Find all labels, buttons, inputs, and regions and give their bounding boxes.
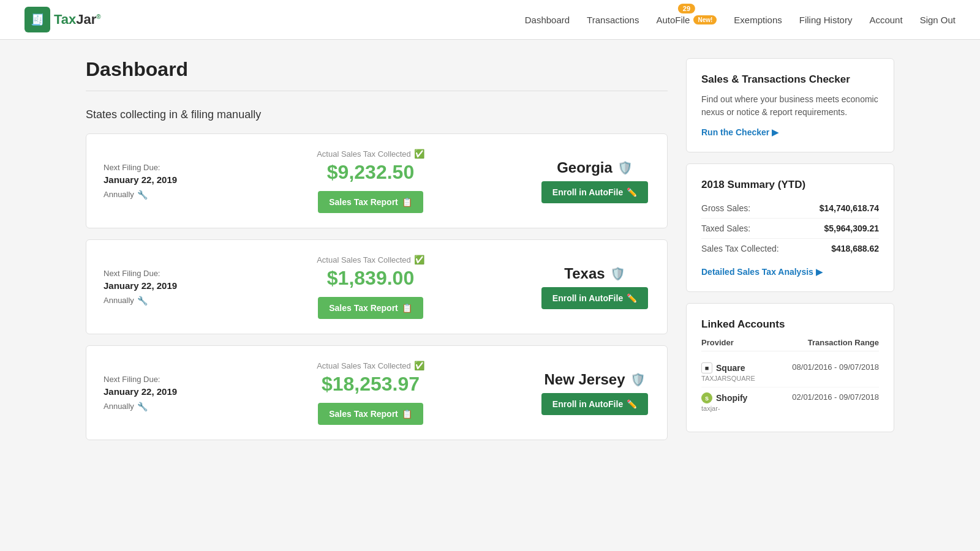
right-column: Sales & Transactions Checker Find out wh… (686, 58, 894, 451)
detail-link[interactable]: Detailed Sales Tax Analysis ▶ (701, 267, 879, 277)
check-icon-texas: ✅ (414, 255, 424, 264)
main-content: Dashboard States collecting in & filing … (61, 40, 919, 470)
state-name-nj: New Jersey 🛡️ (540, 371, 650, 388)
card-center-texas: Actual Sales Tax Collected ✅ $1,839.00 S… (214, 255, 527, 319)
card-center-nj: Actual Sales Tax Collected ✅ $18,253.97 … (214, 361, 527, 425)
checker-panel: Sales & Transactions Checker Find out wh… (686, 58, 894, 152)
col-range: Transaction Range (808, 338, 879, 347)
nav-dashboard[interactable]: Dashboard (525, 15, 570, 25)
autofile-btn-nj[interactable]: Enroll in AutoFile ✏️ (541, 393, 648, 415)
autofile-btn-texas[interactable]: Enroll in AutoFile ✏️ (541, 287, 648, 309)
summary-row-collected: Sales Tax Collected: $418,688.62 (701, 239, 879, 258)
summary-row-gross: Gross Sales: $14,740,618.74 (701, 198, 879, 219)
state-card-new-jersey: Next Filing Due: January 22, 2019 Annual… (86, 345, 668, 440)
logo-tm: ® (96, 13, 100, 20)
tax-collected-label: Sales Tax Collected: (701, 244, 779, 253)
logo: 🧾 TaxJar® (24, 7, 101, 32)
frequency-text-texas: Annually (104, 296, 134, 305)
autofile-icon-nj: ✏️ (627, 399, 637, 409)
autofile-icon-georgia: ✏️ (627, 187, 637, 197)
next-filing-date-nj: January 22, 2019 (104, 386, 202, 397)
detail-link-arrow: ▶ (816, 267, 823, 277)
report-icon-texas: 📋 (402, 303, 412, 313)
nav-autofile[interactable]: AutoFile (656, 15, 690, 25)
card-left-nj: Next Filing Due: January 22, 2019 Annual… (104, 375, 202, 411)
next-filing-label-texas: Next Filing Due: (104, 269, 202, 278)
next-filing-date-texas: January 22, 2019 (104, 280, 202, 291)
shield-icon-texas: 🛡️ (610, 266, 625, 281)
nav-transactions[interactable]: Transactions (587, 15, 639, 25)
square-provider-info: ■ Square TAXJARSQUARE (701, 362, 755, 382)
shopify-sub: taxjar- (701, 405, 747, 412)
nav-sign-out[interactable]: Sign Out (920, 15, 956, 25)
actual-label-texas: Actual Sales Tax Collected ✅ (214, 255, 527, 264)
card-center-georgia: Actual Sales Tax Collected ✅ $9,232.50 S… (214, 149, 527, 213)
page-title: Dashboard (86, 58, 668, 81)
wrench-icon-georgia[interactable]: 🔧 (137, 190, 148, 200)
linked-accounts-panel: Linked Accounts Provider Transaction Ran… (686, 303, 894, 432)
square-date-range: 08/01/2016 - 09/07/2018 (792, 362, 879, 372)
card-right-nj: New Jersey 🛡️ Enroll in AutoFile ✏️ (540, 371, 650, 415)
shopify-icon: s (701, 392, 712, 403)
gross-sales-label: Gross Sales: (701, 203, 750, 213)
col-provider: Provider (701, 338, 734, 347)
nav-filing-history[interactable]: Filing History (799, 15, 853, 25)
state-card-georgia: Next Filing Due: January 22, 2019 Annual… (86, 133, 668, 228)
next-filing-label-nj: Next Filing Due: (104, 375, 202, 384)
report-icon-nj: 📋 (402, 409, 412, 419)
next-filing-date-georgia: January 22, 2019 (104, 174, 202, 185)
logo-icon: 🧾 (24, 7, 50, 32)
left-column: Dashboard States collecting in & filing … (86, 58, 668, 451)
wrench-icon-nj[interactable]: 🔧 (137, 402, 148, 411)
taxed-sales-label: Taxed Sales: (701, 223, 750, 233)
check-icon-georgia: ✅ (414, 149, 424, 159)
frequency-texas: Annually 🔧 (104, 296, 202, 305)
notification-badge: 29 (678, 4, 695, 13)
summary-panel-title: 2018 Summary (YTD) (701, 179, 879, 191)
main-nav: Dashboard Transactions 29 AutoFile New! … (525, 15, 956, 25)
tax-collected-value: $418,688.62 (831, 244, 879, 253)
summary-row-taxed: Taxed Sales: $5,964,309.21 (701, 219, 879, 239)
checker-panel-desc: Find out where your business meets econo… (701, 93, 879, 119)
sales-report-btn-texas[interactable]: Sales Tax Report 📋 (318, 297, 423, 319)
logo-text: TaxJar® (54, 12, 101, 28)
card-left-texas: Next Filing Due: January 22, 2019 Annual… (104, 269, 202, 305)
sales-report-btn-nj[interactable]: Sales Tax Report 📋 (318, 403, 423, 425)
state-name-texas: Texas 🛡️ (540, 265, 650, 282)
card-left-georgia: Next Filing Due: January 22, 2019 Annual… (104, 163, 202, 200)
check-icon-nj: ✅ (414, 361, 424, 370)
state-name-georgia: Georgia 🛡️ (540, 159, 650, 176)
nav-autofile-wrap: 29 AutoFile New! (656, 15, 717, 25)
card-right-georgia: Georgia 🛡️ Enroll in AutoFile ✏️ (540, 159, 650, 203)
actual-label-nj: Actual Sales Tax Collected ✅ (214, 361, 527, 370)
run-checker-arrow: ▶ (772, 127, 778, 137)
shield-icon-georgia: 🛡️ (617, 160, 633, 175)
frequency-text-georgia: Annually (104, 190, 134, 199)
shopify-provider-name: s Shopify (701, 392, 747, 403)
state-card-texas: Next Filing Due: January 22, 2019 Annual… (86, 239, 668, 334)
shield-icon-nj: 🛡️ (630, 372, 646, 387)
wrench-icon-texas[interactable]: 🔧 (137, 296, 148, 305)
run-checker-link[interactable]: Run the Checker ▶ (701, 127, 879, 137)
title-divider (86, 91, 668, 91)
card-right-texas: Texas 🛡️ Enroll in AutoFile ✏️ (540, 265, 650, 309)
linked-row-square: ■ Square TAXJARSQUARE 08/01/2016 - 09/07… (701, 358, 879, 388)
nav-account[interactable]: Account (869, 15, 902, 25)
amount-nj: $18,253.97 (214, 373, 527, 395)
square-provider-name: ■ Square (701, 362, 755, 373)
autofile-icon-texas: ✏️ (627, 293, 637, 303)
autofile-btn-georgia[interactable]: Enroll in AutoFile ✏️ (541, 181, 648, 203)
section-title: States collecting in & filing manually (86, 108, 668, 121)
linked-row-shopify: s Shopify taxjar- 02/01/2016 - 09/07/201… (701, 388, 879, 417)
next-filing-label-georgia: Next Filing Due: (104, 163, 202, 172)
amount-texas: $1,839.00 (214, 267, 527, 290)
square-icon: ■ (701, 362, 712, 373)
actual-label-georgia: Actual Sales Tax Collected ✅ (214, 149, 527, 159)
sales-report-btn-georgia[interactable]: Sales Tax Report 📋 (318, 191, 423, 213)
nav-exemptions[interactable]: Exemptions (734, 15, 782, 25)
frequency-nj: Annually 🔧 (104, 402, 202, 411)
report-icon-georgia: 📋 (402, 197, 412, 207)
square-sub: TAXJARSQUARE (701, 375, 755, 382)
shopify-provider-info: s Shopify taxjar- (701, 392, 747, 412)
summary-panel: 2018 Summary (YTD) Gross Sales: $14,740,… (686, 163, 894, 292)
